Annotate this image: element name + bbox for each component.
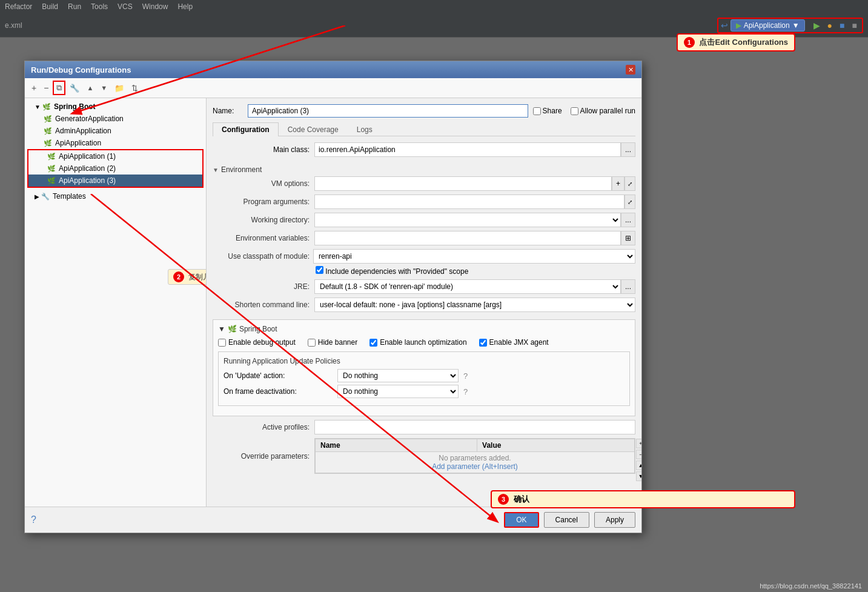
vm-options-input[interactable] xyxy=(314,176,612,191)
coverage-btn[interactable]: ■ xyxy=(837,19,847,32)
left-panel: ▼ 🌿 Spring Boot 🌿 GeneratorApplication 🌿… xyxy=(25,98,207,507)
include-dep-checkbox[interactable] xyxy=(316,266,323,274)
environment-section-header[interactable]: ▼ Environment xyxy=(213,165,635,174)
allow-parallel-checkbox[interactable] xyxy=(571,107,578,115)
dialog-bottom-bar: ? OK Cancel Apply xyxy=(25,507,641,533)
active-profiles-input[interactable] xyxy=(314,420,635,434)
share-checkbox[interactable] xyxy=(533,107,541,115)
classpath-select[interactable]: renren-api xyxy=(313,249,635,264)
tree-item-admin[interactable]: 🌿 AdminApplication xyxy=(25,125,206,137)
enable-launch-checkbox[interactable] xyxy=(369,339,377,347)
share-checkbox-label[interactable]: Share xyxy=(533,107,563,115)
app-icon-api1: 🌿 xyxy=(47,151,56,161)
hide-banner-checkbox[interactable] xyxy=(308,339,316,347)
table-scroll-up-btn[interactable]: ▲ xyxy=(636,461,641,470)
vm-options-group: + ⤢ xyxy=(314,176,635,191)
copy-config-btn[interactable]: ⧉ xyxy=(53,81,65,95)
spring-arrow-icon: ▼ xyxy=(218,325,225,333)
table-add-row-btn[interactable]: + xyxy=(636,439,641,448)
debug-btn[interactable]: ● xyxy=(825,19,835,32)
tree-item-api[interactable]: 🌿 ApiApplication xyxy=(25,137,206,149)
main-class-input[interactable] xyxy=(314,142,621,157)
menu-refactor[interactable]: Refactor xyxy=(5,2,32,11)
enable-jmx-checkbox[interactable] xyxy=(479,339,487,347)
override-params-row: Override parameters: Name Value xyxy=(213,438,635,474)
on-update-select[interactable]: Do nothing xyxy=(337,369,459,382)
main-class-row: Main class: ... xyxy=(213,142,635,157)
on-frame-row: On frame deactivation: Do nothing ? xyxy=(224,385,624,398)
jre-group: Default (1.8 - SDK of 'renren-api' modul… xyxy=(314,279,635,294)
sort-btn[interactable]: ⇅ xyxy=(128,82,141,95)
active-profiles-label: Active profiles: xyxy=(213,423,310,431)
table-remove-row-btn[interactable]: − xyxy=(636,450,641,459)
menu-build[interactable]: Build xyxy=(42,2,58,11)
vm-options-label: VM options: xyxy=(213,179,310,188)
menu-vcs[interactable]: VCS xyxy=(118,2,133,11)
enable-launch-label[interactable]: Enable launch optimization xyxy=(369,338,466,347)
env-vars-browse-btn[interactable]: ⊞ xyxy=(621,231,635,245)
tree-item-api1[interactable]: 🌿 ApiApplication (1) xyxy=(28,150,202,162)
help-button[interactable]: ? xyxy=(31,514,36,525)
on-update-label: On 'Update' action: xyxy=(224,371,333,380)
ok-button[interactable]: OK xyxy=(504,512,538,528)
tree-item-api2[interactable]: 🌿 ApiApplication (2) xyxy=(28,162,202,175)
program-args-input[interactable] xyxy=(314,195,624,209)
add-param-link[interactable]: Add parameter (Alt+Insert) xyxy=(432,462,518,471)
menu-help[interactable]: Help xyxy=(177,2,193,11)
spring-icon-small: 🌿 xyxy=(228,325,237,333)
shorten-select[interactable]: user-local default: none - java [options… xyxy=(314,298,635,312)
working-dir-select[interactable] xyxy=(314,213,621,227)
profile-btn[interactable]: ■ xyxy=(850,19,860,32)
env-vars-group: ⊞ xyxy=(314,231,635,245)
run-config-selector[interactable]: ▶ ApiApplication ▼ xyxy=(731,19,805,32)
tab-configuration[interactable]: Configuration xyxy=(213,122,279,136)
hide-banner-label[interactable]: Hide banner xyxy=(308,338,357,347)
on-update-help-icon[interactable]: ? xyxy=(463,371,468,381)
table-scroll-down-btn[interactable]: ▼ xyxy=(636,471,641,481)
working-dir-browse-btn[interactable]: ... xyxy=(621,213,635,227)
tree-spring-boot-group[interactable]: ▼ 🌿 Spring Boot xyxy=(25,101,206,113)
parallel-checkbox-label[interactable]: Allow parallel run xyxy=(571,107,635,115)
apply-button[interactable]: Apply xyxy=(594,512,635,528)
enable-debug-label[interactable]: Enable debug output xyxy=(218,338,296,347)
menu-run[interactable]: Run xyxy=(68,2,81,11)
templates-icon: 🔧 xyxy=(41,191,50,201)
add-config-btn[interactable]: + xyxy=(28,81,39,95)
tree-templates-group[interactable]: ▶ 🔧 Templates xyxy=(25,190,206,202)
settings-config-btn[interactable]: 🔧 xyxy=(67,82,82,95)
vm-collapse-btn[interactable]: ⤢ xyxy=(624,176,635,191)
tree-item-api3[interactable]: 🌿 ApiApplication (3) xyxy=(28,175,202,187)
jre-select[interactable]: Default (1.8 - SDK of 'renren-api' modul… xyxy=(314,279,621,294)
remove-config-btn[interactable]: − xyxy=(41,81,51,95)
enable-jmx-label[interactable]: Enable JMX agent xyxy=(479,338,549,347)
tab-code-coverage[interactable]: Code Coverage xyxy=(279,122,348,136)
move-up-btn[interactable]: ▲ xyxy=(84,82,96,93)
vm-expand-btn[interactable]: + xyxy=(612,176,624,191)
annotation-2-bubble: 2 复制几个启动类 xyxy=(168,269,206,285)
on-frame-help-icon[interactable]: ? xyxy=(463,387,468,396)
tree-item-generator[interactable]: 🌿 GeneratorApplication xyxy=(25,113,206,125)
include-dep-label[interactable]: Include dependencies with "Provided" sco… xyxy=(316,267,468,276)
run-btn[interactable]: ▶ xyxy=(811,19,823,32)
on-frame-select[interactable]: Do nothing xyxy=(337,385,459,398)
dialog-close-button[interactable]: ✕ xyxy=(626,65,635,75)
share-row: Share Allow parallel run xyxy=(533,107,635,115)
add-folder-btn[interactable]: 📁 xyxy=(111,82,127,95)
cancel-button[interactable]: Cancel xyxy=(544,512,589,528)
spring-boot-checkboxes: Enable debug output Hide banner Enable l… xyxy=(218,338,630,347)
tab-bar: Configuration Code Coverage Logs xyxy=(213,122,635,136)
program-args-expand-btn[interactable]: ⤢ xyxy=(624,195,635,209)
move-down-btn[interactable]: ▼ xyxy=(98,82,110,93)
annotation-1-circle: 1 xyxy=(684,37,695,48)
tab-logs[interactable]: Logs xyxy=(348,122,382,136)
jre-browse-btn[interactable]: ... xyxy=(621,279,635,294)
enable-debug-checkbox[interactable] xyxy=(218,339,226,347)
spring-boot-section-header[interactable]: ▼ 🌿 Spring Boot xyxy=(218,325,630,333)
main-class-browse-btn[interactable]: ... xyxy=(621,142,635,157)
file-tab[interactable]: e.xml xyxy=(5,21,22,30)
name-input[interactable] xyxy=(248,104,528,118)
policies-title: Running Application Update Policies xyxy=(224,357,624,365)
menu-tools[interactable]: Tools xyxy=(91,2,108,11)
menu-window[interactable]: Window xyxy=(142,2,168,11)
env-vars-input[interactable] xyxy=(314,231,621,245)
